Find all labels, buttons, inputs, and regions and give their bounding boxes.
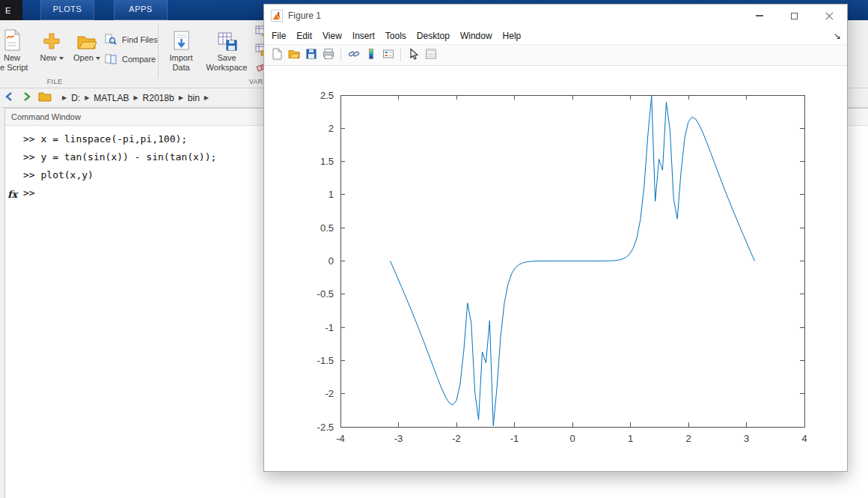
figure-titlebar[interactable]: Figure 1 <box>264 4 847 27</box>
open-file-icon <box>288 48 300 63</box>
new-label: New <box>40 53 63 63</box>
y-tick-label: 0 <box>328 255 334 267</box>
command-window-title: Command Window <box>11 112 81 121</box>
back-button[interactable] <box>0 90 18 106</box>
tab-apps[interactable]: APPS <box>114 0 168 20</box>
save-workspace-label-2: Workspace <box>207 63 248 73</box>
menu-tools[interactable]: Tools <box>380 29 412 43</box>
edit-plot-cursor-icon <box>408 48 420 63</box>
dock-arrow-icon: ↘ <box>834 31 841 41</box>
matlab-figure-icon <box>271 10 283 22</box>
insert-legend-button[interactable] <box>379 46 397 64</box>
breadcrumb-separator-icon: ▶ <box>202 94 211 101</box>
y-tick-label: -1.5 <box>317 355 334 366</box>
x-tick-label: -4 <box>336 433 345 444</box>
find-files-button[interactable]: Find Files <box>105 32 158 47</box>
property-inspector-icon <box>425 48 437 63</box>
property-inspector-button[interactable] <box>422 46 439 64</box>
save-figure-button[interactable] <box>302 46 320 64</box>
x-tick-label: 3 <box>744 433 749 444</box>
menu-help[interactable]: Help <box>498 29 527 43</box>
y-tick-label: -1 <box>325 322 334 333</box>
link-plot-button[interactable] <box>345 46 362 64</box>
forward-button[interactable] <box>18 90 36 106</box>
save-workspace-button[interactable]: Save Workspace <box>202 24 251 78</box>
menu-view[interactable]: View <box>317 29 347 43</box>
fx-indicator: fx <box>7 186 17 204</box>
dock-figure-button[interactable]: ↘ <box>834 31 841 41</box>
compare-button[interactable]: Compare <box>105 52 156 67</box>
open-file-button[interactable] <box>285 46 302 64</box>
x-tick-label: -3 <box>394 433 403 444</box>
find-files-label: Find Files <box>122 35 158 44</box>
import-data-label-1: Import <box>169 53 192 63</box>
figure-body: -4-3-2-101234-2.5-2-1.5-1-0.500.511.522.… <box>264 66 847 471</box>
menu-window[interactable]: Window <box>455 29 498 43</box>
import-data-button[interactable]: Import Data <box>162 24 201 78</box>
y-tick-label: -0.5 <box>317 288 334 300</box>
breadcrumb-separator-icon: ▶ <box>131 94 140 101</box>
link-plot-icon <box>348 48 360 63</box>
window-controls <box>742 4 847 27</box>
open-folder-icon <box>76 24 97 51</box>
new-live-script-button[interactable]: New ve Script <box>0 24 36 78</box>
breadcrumb-separator-icon: ▶ <box>82 94 91 101</box>
save-workspace-label-1: Save <box>217 53 236 63</box>
browse-for-folder-icon <box>38 91 52 106</box>
menu-edit[interactable]: Edit <box>291 29 317 43</box>
print-figure-button[interactable] <box>320 46 337 64</box>
y-tick-label: 1.5 <box>320 156 334 167</box>
breadcrumb-separator-icon: ▶ <box>60 94 69 101</box>
toolbar-separator <box>340 49 341 61</box>
browse-for-folder-button[interactable] <box>36 90 54 106</box>
new-live-script-label-2: ve Script <box>0 63 28 73</box>
edit-plot-button[interactable] <box>405 46 422 64</box>
new-live-script-icon <box>4 24 20 51</box>
menu-insert[interactable]: Insert <box>347 29 380 43</box>
breadcrumb-segment-drive[interactable]: D: <box>69 92 82 104</box>
menu-desktop[interactable]: Desktop <box>412 29 455 43</box>
compare-icon <box>105 53 119 65</box>
new-figure-button[interactable] <box>268 46 285 64</box>
open-label: Open <box>73 53 100 63</box>
x-tick-label: -2 <box>452 433 461 444</box>
figure-toolbar <box>264 45 847 66</box>
breadcrumb-segment-r2018b[interactable]: R2018b <box>141 92 177 104</box>
command-prompt: >> <box>23 187 35 198</box>
save-figure-icon <box>305 48 317 63</box>
section-separator <box>158 24 159 79</box>
insert-legend-icon <box>382 48 394 63</box>
insert-colorbar-button[interactable] <box>362 46 379 64</box>
print-figure-icon <box>323 48 334 63</box>
plot-svg[interactable]: -4-3-2-101234-2.5-2-1.5-1-0.500.511.522.… <box>264 66 847 471</box>
data-line <box>391 96 755 425</box>
tab-plots[interactable]: PLOTS <box>40 0 94 20</box>
x-tick-label: 4 <box>801 433 807 444</box>
minimize-button[interactable] <box>742 4 777 27</box>
breadcrumb: ▶ D: ▶ MATLAB ▶ R2018b ▶ bin ▶ <box>60 92 211 104</box>
maximize-button[interactable] <box>777 4 812 27</box>
new-plus-icon <box>42 24 61 51</box>
y-tick-label: 2 <box>328 123 334 134</box>
new-button[interactable]: New <box>35 24 68 78</box>
tab-home-partial[interactable]: E <box>0 0 22 20</box>
breadcrumb-segment-matlab[interactable]: MATLAB <box>91 92 131 104</box>
close-icon <box>825 11 834 21</box>
y-tick-label: -2.5 <box>317 422 334 433</box>
y-tick-label: -2 <box>325 388 334 399</box>
toolbar-separator <box>400 49 401 61</box>
forward-icon <box>21 91 33 106</box>
new-figure-icon <box>271 48 283 63</box>
figure-title: Figure 1 <box>288 10 321 21</box>
back-icon <box>3 91 15 106</box>
breadcrumb-segment-bin[interactable]: bin <box>186 92 202 104</box>
y-tick-label: 2.5 <box>320 90 334 101</box>
open-button[interactable]: Open <box>70 24 104 78</box>
dropdown-caret-icon <box>59 57 64 60</box>
x-tick-label: 2 <box>685 433 691 444</box>
menu-file[interactable]: File <box>266 29 291 43</box>
maximize-icon <box>791 13 798 19</box>
save-workspace-icon <box>217 24 237 51</box>
close-button[interactable] <box>812 4 847 27</box>
x-tick-label: -1 <box>510 433 519 444</box>
